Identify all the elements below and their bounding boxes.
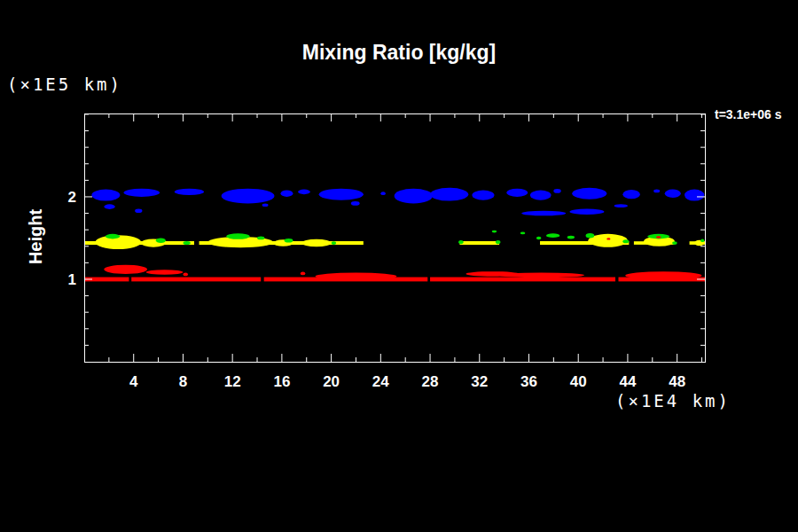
blue-cloud-layer-blob	[506, 189, 528, 197]
green-cloud-patches-blob	[257, 237, 264, 240]
blue-cloud-layer-blob	[298, 190, 310, 195]
red-specks-in-yellow-layer-blob	[656, 236, 661, 238]
blue-cloud-layer-blob	[665, 190, 681, 198]
blue-cloud-layer-blob	[622, 190, 640, 199]
blue-cloud-layer-blob	[351, 201, 360, 206]
blue-cloud-layer-blob	[572, 188, 606, 200]
x-tick-label: 40	[570, 373, 587, 390]
green-cloud-patches-blob	[226, 233, 249, 239]
red-cloud-layer-blob	[104, 265, 147, 274]
x-tick-label: 20	[323, 373, 340, 390]
x-tick-label: 12	[224, 373, 241, 390]
blue-cloud-layer-blob	[685, 190, 704, 201]
x-tick-label: 16	[273, 373, 290, 390]
red-cloud-layer-blob	[498, 273, 585, 278]
x-tick-label: 4	[129, 373, 138, 390]
blue-cloud-layer-blob	[653, 190, 660, 193]
y-tick-label: 2	[68, 189, 76, 206]
blue-cloud-layer-blob	[569, 208, 604, 215]
plot-svg: 481216202428323640444812	[0, 0, 798, 532]
x-tick-label: 48	[669, 373, 685, 390]
red-specks-in-yellow-layer-blob	[606, 238, 610, 239]
blue-cloud-layer-blob	[472, 191, 494, 200]
blue-cloud-layer-blob	[124, 189, 160, 197]
green-cloud-patches-blob	[567, 236, 575, 239]
yellow-cloud-layer-blob	[301, 239, 331, 246]
red-cloud-layer-blob	[301, 272, 306, 276]
green-cloud-patches-blob	[546, 233, 559, 238]
x-tick-label: 44	[619, 373, 636, 390]
red-cloud-layer-segment	[430, 278, 615, 282]
blue-cloud-layer-blob	[380, 192, 386, 195]
blue-cloud-layer-blob	[521, 211, 566, 216]
green-cloud-patches-blob	[520, 231, 526, 234]
green-cloud-patches-blob	[672, 241, 677, 245]
blue-cloud-layer-blob	[104, 204, 115, 209]
blue-cloud-layer-blob	[614, 204, 628, 207]
blue-cloud-layer-blob	[262, 203, 269, 207]
blue-cloud-layer-blob	[553, 189, 560, 193]
blue-cloud-layer-blob	[395, 189, 433, 204]
red-cloud-layer-blob	[315, 273, 396, 280]
x-tick-label: 36	[520, 373, 537, 390]
blue-cloud-layer-blob	[430, 188, 468, 201]
green-cloud-patches-blob	[106, 234, 121, 239]
blue-cloud-layer-blob	[530, 191, 552, 200]
green-cloud-patches-blob	[285, 239, 293, 243]
blue-cloud-layer-blob	[91, 190, 120, 201]
green-cloud-patches-blob	[492, 231, 497, 233]
x-tick-label: 24	[372, 373, 389, 390]
green-cloud-patches-blob	[156, 238, 166, 243]
blue-cloud-layer-blob	[175, 189, 204, 195]
green-cloud-patches-blob	[700, 239, 704, 242]
x-tick-label: 8	[179, 373, 187, 390]
x-tick-label: 32	[471, 373, 488, 390]
x-tick-label: 28	[422, 373, 439, 390]
green-cloud-patches-blob	[622, 239, 629, 243]
green-cloud-patches-blob	[586, 233, 595, 239]
blue-cloud-layer-blob	[319, 189, 364, 200]
plot-canvas: Mixing Ratio [kg/kg] (×1E5 km) Height t=…	[0, 0, 798, 532]
red-cloud-layer-blob	[625, 271, 701, 279]
green-cloud-patches-blob	[332, 241, 337, 245]
y-tick-label: 1	[68, 271, 76, 288]
blue-cloud-layer-blob	[222, 189, 275, 204]
green-cloud-patches-blob	[458, 240, 464, 244]
green-cloud-patches-blob	[496, 240, 501, 244]
blue-cloud-layer-blob	[280, 191, 293, 197]
red-cloud-layer-blob	[183, 273, 188, 277]
yellow-cloud-layer-segment	[459, 241, 499, 245]
green-cloud-patches-blob	[183, 241, 190, 245]
red-cloud-layer-blob	[146, 270, 184, 275]
green-cloud-patches-blob	[536, 237, 542, 239]
blue-cloud-layer-blob	[135, 208, 142, 213]
red-cloud-layer-segment	[131, 278, 261, 282]
